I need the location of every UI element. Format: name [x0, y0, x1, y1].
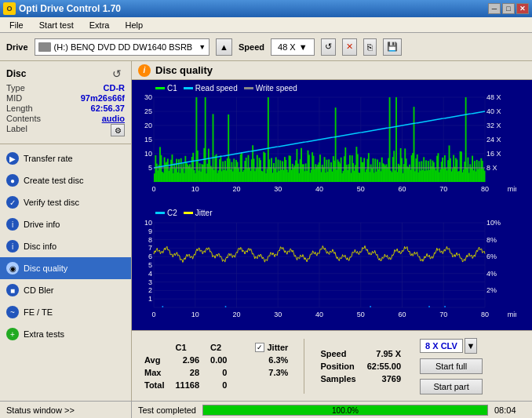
sidebar-label-transfer-rate: Transfer rate: [24, 154, 73, 163]
sidebar-item-fe-te[interactable]: ~ FE / TE: [0, 301, 131, 323]
status-window-button[interactable]: Status window >>: [0, 402, 132, 419]
app-icon: O: [3, 2, 16, 15]
total-c2: 0: [206, 380, 231, 391]
sidebar-item-disc-quality[interactable]: ◉ Disc quality: [0, 257, 131, 279]
erase-button[interactable]: ✕: [342, 38, 357, 56]
chart2-canvas: [132, 220, 516, 322]
legend-c2: C2: [167, 209, 177, 217]
samples-value: 3769: [363, 373, 406, 384]
chart1-legend: C1 Read speed Write speed: [132, 82, 532, 94]
speed-stat-value: 7.95 X: [363, 348, 406, 359]
create-test-disc-icon: ●: [6, 174, 19, 187]
speed-dropdown: 8 X CLV ▼: [420, 338, 483, 354]
close-button[interactable]: ✕: [516, 3, 529, 14]
fe-te-icon: ~: [6, 306, 19, 318]
disc-quality-icon: ◉: [6, 262, 19, 274]
stats-bar: C1 C2 ✓ Jitter Avg 2.96 0.00 6.3%: [132, 330, 532, 401]
verify-test-disc-icon: ✓: [6, 196, 19, 209]
speed-stat-label: Speed: [315, 348, 360, 359]
disc-length-label: Length: [6, 104, 33, 113]
max-c1: 28: [170, 367, 204, 378]
drive-dropdown-arrow: ▼: [199, 43, 206, 51]
drive-selected-value: (H:) BENQ DVD DD DW1640 BSRB: [54, 42, 193, 52]
eject-button[interactable]: ▲: [216, 38, 232, 56]
sidebar-label-fe-te: FE / TE: [24, 307, 53, 317]
menu-bar: File Start test Extra Help: [0, 17, 532, 33]
main-content: Disc ↺ Type CD-R MID 97m26s66f Length 62…: [0, 61, 532, 401]
max-jitter: 7.3%: [250, 367, 293, 378]
speed-label: Speed: [239, 42, 264, 52]
avg-jitter: 6.3%: [250, 354, 293, 365]
samples-label: Samples: [315, 373, 360, 384]
avg-c2: 0.00: [206, 354, 231, 365]
maximize-button[interactable]: □: [502, 3, 515, 14]
disc-mid-label: MID: [6, 93, 22, 103]
position-label: Position: [315, 361, 360, 372]
clv-dropdown-arrow[interactable]: ▼: [465, 338, 477, 354]
clv-speed-display: 8 X CLV: [420, 339, 463, 353]
jitter-checkbox[interactable]: ✓: [255, 343, 264, 352]
speed-arrow: ▼: [299, 42, 308, 52]
refresh-button[interactable]: ↺: [321, 38, 336, 56]
start-part-button[interactable]: Start part: [420, 379, 483, 394]
drive-select[interactable]: (H:) BENQ DVD DD DW1640 BSRB ▼: [35, 38, 210, 56]
sidebar-label-disc-info: Disc info: [24, 242, 56, 251]
disc-label-button[interactable]: ⚙: [111, 124, 125, 136]
chart2-legend: C2 Jitter: [132, 207, 532, 220]
max-label: Max: [140, 367, 169, 378]
disc-type-label: Type: [6, 83, 25, 93]
sidebar-item-drive-info[interactable]: i Drive info: [0, 213, 131, 235]
minimize-button[interactable]: ─: [488, 3, 501, 14]
legend-jitter: Jitter: [195, 209, 213, 217]
disc-section: Disc ↺ Type CD-R MID 97m26s66f Length 62…: [0, 64, 131, 144]
sidebar-item-disc-info[interactable]: i Disc info: [0, 235, 131, 257]
menu-start-test[interactable]: Start test: [33, 19, 80, 31]
disc-quality-header-icon: i: [138, 64, 151, 77]
sidebar-item-create-test-disc[interactable]: ● Create test disc: [0, 169, 131, 191]
disc-label-label: Label: [6, 124, 27, 136]
speed-value-display[interactable]: 48 X ▼: [271, 38, 315, 56]
disc-mid-value: 97m26s66f: [81, 93, 125, 103]
stats-divider: [304, 339, 304, 394]
right-panel: i Disc quality C1 Read speed: [132, 61, 532, 401]
drive-bar: Drive (H:) BENQ DVD DD DW1640 BSRB ▼ ▲ S…: [0, 33, 532, 61]
sidebar-item-extra-tests[interactable]: + Extra tests: [0, 323, 131, 345]
disc-contents-value[interactable]: audio: [102, 114, 125, 123]
title-bar: O Opti Drive Control 1.70 ─ □ ✕: [0, 0, 532, 17]
copy-button[interactable]: ⎘: [363, 38, 377, 56]
stats-table: C1 C2 ✓ Jitter Avg 2.96 0.00 6.3%: [138, 340, 294, 392]
menu-file[interactable]: File: [3, 19, 30, 31]
right-controls: 8 X CLV ▼ Start full Start part: [420, 338, 483, 394]
chart1-canvas: [132, 94, 516, 196]
jitter-col-label: Jitter: [267, 343, 288, 352]
disc-type-value: CD-R: [104, 83, 126, 93]
menu-help[interactable]: Help: [118, 19, 149, 31]
disc-refresh-button[interactable]: ↺: [112, 67, 125, 80]
status-bar: Status window >> Test completed 100.0% 0…: [0, 401, 532, 418]
speed-text: 48 X: [278, 42, 296, 52]
sidebar-label-verify-test-disc: Verify test disc: [24, 198, 79, 207]
stats-right-table: Speed 7.95 X Position 62:55.00 Samples 3…: [314, 347, 407, 386]
disc-quality-header: i Disc quality: [132, 61, 532, 80]
drive-info-icon: i: [6, 218, 19, 231]
disc-contents-label: Contents: [6, 114, 41, 123]
drive-icon: [38, 42, 51, 52]
save-button[interactable]: 💾: [383, 38, 402, 56]
sidebar-item-verify-test-disc[interactable]: ✓ Verify test disc: [0, 191, 131, 213]
total-c1: 11168: [170, 380, 204, 391]
legend-read-speed: Read speed: [195, 84, 238, 93]
position-value: 62:55.00: [363, 361, 406, 372]
avg-label: Avg: [140, 354, 169, 365]
menu-extra[interactable]: Extra: [83, 19, 116, 31]
extra-tests-icon: +: [6, 328, 19, 340]
sidebar-item-cd-bler[interactable]: ■ CD Bler: [0, 279, 131, 301]
legend-write-speed: Write speed: [256, 84, 297, 93]
sidebar-item-transfer-rate[interactable]: ▶ Transfer rate: [0, 147, 131, 169]
sidebar-label-extra-tests: Extra tests: [24, 329, 64, 339]
app-title: Opti Drive Control 1.70: [19, 3, 121, 14]
disc-info-icon: i: [6, 240, 19, 253]
start-full-button[interactable]: Start full: [420, 358, 483, 374]
sidebar-label-cd-bler: CD Bler: [24, 285, 54, 295]
status-window-label: Status window >>: [6, 405, 75, 415]
progress-text: 100.0%: [203, 405, 487, 416]
